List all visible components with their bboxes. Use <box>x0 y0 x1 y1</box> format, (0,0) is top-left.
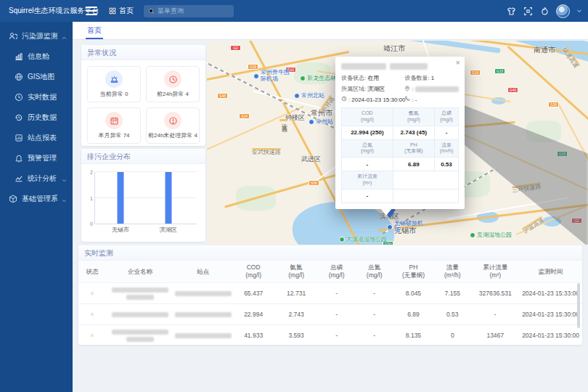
highway-badge: S28 <box>548 102 559 107</box>
highway-badge: S24 <box>239 113 250 119</box>
value-cell: 8.045 <box>393 283 434 304</box>
redacted-text <box>176 291 231 296</box>
abnormal-card-0[interactable]: 当前异常 0 <box>87 66 141 102</box>
popup-metric-value: 22.994 (250) <box>342 126 393 139</box>
column-header: PH(无量纲) <box>393 261 434 283</box>
flame-icon[interactable] <box>539 6 550 16</box>
sidebar-item-warning-manage[interactable]: 预警管理 <box>0 148 73 168</box>
abnormal-card-2[interactable]: 本月异常 74 <box>87 107 141 144</box>
siren-icon <box>105 70 123 88</box>
map-label-text: 大溪港湿地公园 <box>346 235 387 243</box>
value-cell: 0 <box>433 325 471 346</box>
column-header: COD(mg/l) <box>232 261 275 283</box>
highway-badge: G40 <box>507 87 518 93</box>
x-axis-label: 滨湖区 <box>160 226 177 234</box>
popup-arrow <box>380 208 392 216</box>
sidebar-item-base-manage-system[interactable]: 基础管理系统 <box>0 189 73 209</box>
sidebar-item-label: 统计分析 <box>28 173 57 184</box>
sidebar-item-station-report[interactable]: 站点报表 <box>0 128 73 148</box>
value-cell: 2024-01-23 15:30:00 <box>519 325 582 346</box>
sidebar-item-label: 污染源监测系统 <box>22 31 57 41</box>
close-icon[interactable]: × <box>456 59 460 67</box>
x-axis-label: 无锡市 <box>112 226 129 234</box>
popup-field-label: : <box>412 97 413 103</box>
sidebar-item-label: 信息舱 <box>28 52 49 62</box>
table-row[interactable]: 22.9942.743--6.890.53-2024-01-23 15:30:0… <box>78 304 582 325</box>
map-label-poi-green: 大溪港湿地公园 <box>339 235 387 243</box>
realtime-data-icon <box>15 93 23 102</box>
popup-metric-value: - <box>342 158 393 171</box>
popup-metric-header: 氨氮(mg/l) <box>393 108 434 126</box>
sidebar-item-gis-map[interactable]: GIS地图 <box>0 67 73 87</box>
poi-blue-dot <box>309 119 314 125</box>
poi-green-dot <box>300 75 306 81</box>
value-cell: - <box>318 304 356 325</box>
base-manage-system-icon <box>9 195 17 203</box>
value-cell: - <box>471 304 519 325</box>
popup-metric-value: 0.53 <box>434 158 458 171</box>
company-name-cell <box>106 304 174 325</box>
popup-metric-header: PH(无量纲) <box>393 139 434 158</box>
status-cell <box>78 304 106 325</box>
popup-field-value: 在用 <box>367 74 379 82</box>
hamburger-menu-icon[interactable] <box>86 7 97 15</box>
fullscreen-icon[interactable] <box>523 6 533 16</box>
sidebar-nav: 污染源监测系统信息舱GIS地图实时数据历史数据站点报表预警管理统计分析基础管理系… <box>0 22 73 392</box>
popup-field-5: : - <box>404 96 459 103</box>
poi-blue-dot <box>253 73 259 79</box>
value-cell: 12.731 <box>275 283 318 304</box>
bar-滨湖区[interactable] <box>165 172 171 224</box>
popup-metric-header: 累计流量(m³) <box>342 171 393 189</box>
clock-icon <box>341 96 347 103</box>
poi-green-dot <box>470 232 475 238</box>
redacted-text <box>415 86 459 92</box>
company-name-cell <box>106 325 174 346</box>
column-header: 企业名称 <box>106 261 174 283</box>
sidebar-item-label: 预警管理 <box>28 153 57 163</box>
gridline <box>95 197 197 198</box>
map-label-poi-blue: 常州站 <box>309 119 333 126</box>
sidebar-item-history-data[interactable]: 历史数据 <box>0 107 73 128</box>
map-label-text: 贡湖湿地公园 <box>477 231 512 239</box>
map-label-text: 常州站 <box>316 119 333 126</box>
popup-metric-header: COD(mg/l) <box>342 108 393 126</box>
column-header: 氨氮(mg/l) <box>275 261 318 283</box>
sidebar-item-label: 历史数据 <box>28 113 57 123</box>
highway-badge: S48 <box>217 93 228 99</box>
map-label-road: 沪宜高速 <box>522 216 543 231</box>
menu-search[interactable] <box>144 5 234 17</box>
table-row[interactable]: 41.9333.593--8.1350134672024-01-23 15:30… <box>78 325 582 346</box>
theme-skin-icon[interactable] <box>506 6 516 16</box>
value-cell: 327636.531 <box>471 283 519 304</box>
breadcrumb[interactable]: 首页 <box>109 6 134 16</box>
sidebar-item-label: 基础管理系统 <box>22 194 57 204</box>
phone-icon <box>404 96 410 103</box>
map-label-poi-blue: 常州奔牛国际机场 <box>253 70 294 83</box>
popup-field-value: 1 <box>431 75 434 81</box>
tab-home[interactable]: 首页 <box>86 22 103 39</box>
map-label-district: 武进区 <box>301 155 321 164</box>
column-header: 累计流量(m³) <box>471 261 519 283</box>
value-cell: - <box>356 325 393 346</box>
app-logo: Squirrel生态环境云服务平台 <box>0 6 77 16</box>
sidebar-item-info-cabin[interactable]: 信息舱 <box>0 46 73 67</box>
bar-无锡市[interactable] <box>118 172 124 224</box>
search-input[interactable] <box>158 7 229 15</box>
sidebar-item-stats-analysis[interactable]: 统计分析 <box>0 168 73 189</box>
table-scrollbar[interactable] <box>577 283 580 328</box>
calendar-icon <box>105 112 123 129</box>
abnormal-card-1[interactable]: 前24h异常 4 <box>146 66 200 102</box>
chevron-down-icon[interactable] <box>576 8 582 14</box>
highway-badge: S58 <box>309 180 319 186</box>
avatar[interactable] <box>556 4 570 18</box>
gis-map-icon <box>15 73 23 81</box>
breadcrumb-label: 首页 <box>119 6 134 16</box>
sidebar-item-realtime-data[interactable]: 实时数据 <box>0 87 73 107</box>
y-axis-tick: 2 <box>90 170 93 175</box>
map-label-city: 南通市 <box>534 45 555 55</box>
abnormal-card-3[interactable]: 前24h未处理异常 4 <box>146 107 200 144</box>
gridline <box>95 171 197 172</box>
table-row[interactable]: 65.43712.731--8.0457.155327636.5312024-0… <box>78 283 582 304</box>
warning-manage-icon <box>15 154 23 163</box>
sidebar-item-pollution-monitor-system[interactable]: 污染源监测系统 <box>0 26 73 46</box>
